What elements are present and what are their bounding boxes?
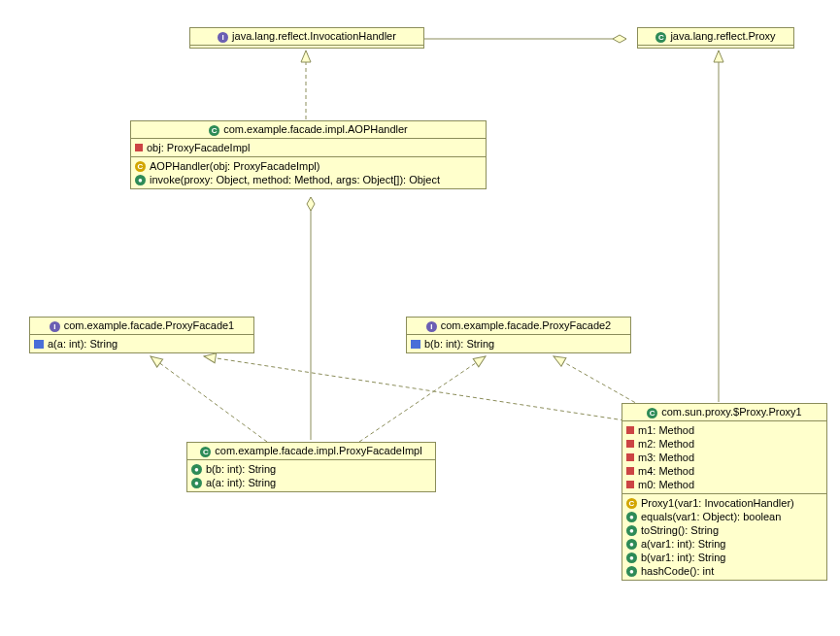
method-icon: ● — [626, 552, 637, 563]
method-icon: ● — [626, 525, 637, 536]
interface-icon: I — [50, 321, 60, 332]
field: m1: Method — [638, 424, 694, 436]
method-icon: ● — [191, 464, 202, 475]
method: b(var1: int): String — [641, 552, 725, 563]
method-icon: ● — [135, 175, 146, 185]
class-icon: C — [647, 408, 657, 418]
method: AOPHandler(obj: ProxyFacadeImpl) — [150, 160, 319, 172]
class-name: com.example.facade.impl.ProxyFacadeImpl — [215, 445, 421, 456]
field-icon — [626, 440, 634, 448]
field-icon — [626, 481, 634, 488]
field-icon — [135, 144, 143, 151]
field: m0: Method — [638, 479, 694, 490]
class-proxy[interactable]: Cjava.lang.reflect.Proxy — [637, 27, 794, 49]
abstract-icon — [411, 340, 420, 349]
class-proxyfacade1[interactable]: Icom.example.facade.ProxyFacade1 a(a: in… — [29, 317, 254, 353]
method-icon: ● — [626, 512, 637, 522]
method: equals(var1: Object): boolean — [641, 511, 781, 522]
method-icon: ● — [626, 539, 637, 550]
class-proxy1[interactable]: Ccom.sun.proxy.$Proxy.Proxy1 m1: Method … — [622, 403, 827, 581]
method: hashCode(): int — [641, 565, 714, 577]
class-icon: C — [655, 32, 666, 43]
edge-p1-pf1 — [204, 356, 631, 421]
class-icon: C — [200, 447, 211, 457]
class-name: com.example.facade.impl.AOPHandler — [223, 123, 408, 135]
edge-p1-pf2 — [554, 356, 641, 406]
constructor-icon: C — [626, 498, 637, 509]
class-aophandler[interactable]: Ccom.example.facade.impl.AOPHandler obj:… — [130, 120, 487, 189]
constructor-icon: C — [135, 161, 146, 172]
field: m2: Method — [638, 438, 694, 450]
method: toString(): String — [641, 524, 719, 536]
method-icon: ● — [191, 478, 202, 488]
method: Proxy1(var1: InvocationHandler) — [641, 497, 794, 509]
interface-icon: I — [426, 321, 437, 332]
class-name: com.sun.proxy.$Proxy.Proxy1 — [661, 406, 801, 418]
method: a(a: int): String — [206, 477, 276, 488]
field-icon — [626, 426, 634, 434]
class-name: java.lang.reflect.InvocationHandler — [232, 30, 396, 42]
field: obj: ProxyFacadeImpl — [147, 142, 250, 153]
edge-pfi-pf1 — [151, 356, 267, 442]
method: a(a: int): String — [48, 338, 118, 350]
method-icon: ● — [626, 566, 637, 577]
field-icon — [626, 467, 634, 475]
edge-pfi-pf2 — [359, 356, 486, 442]
method: b(b: int): String — [424, 338, 494, 350]
field: m3: Method — [638, 452, 694, 463]
class-proxyfacade2[interactable]: Icom.example.facade.ProxyFacade2 b(b: in… — [406, 317, 631, 353]
method: b(b: int): String — [206, 463, 276, 475]
class-icon: C — [209, 125, 219, 136]
class-name: java.lang.reflect.Proxy — [670, 30, 775, 42]
class-invocationhandler[interactable]: Ijava.lang.reflect.InvocationHandler — [189, 27, 424, 49]
interface-icon: I — [218, 32, 228, 43]
field-icon — [626, 453, 634, 461]
class-name: com.example.facade.ProxyFacade1 — [64, 319, 234, 331]
method: a(var1: int): String — [641, 538, 725, 550]
field: m4: Method — [638, 465, 694, 477]
abstract-icon — [34, 340, 44, 349]
class-name: com.example.facade.ProxyFacade2 — [441, 319, 611, 331]
method: invoke(proxy: Object, method: Method, ar… — [150, 174, 440, 185]
class-proxyfacadeimpl[interactable]: Ccom.example.facade.impl.ProxyFacadeImpl… — [186, 442, 436, 492]
